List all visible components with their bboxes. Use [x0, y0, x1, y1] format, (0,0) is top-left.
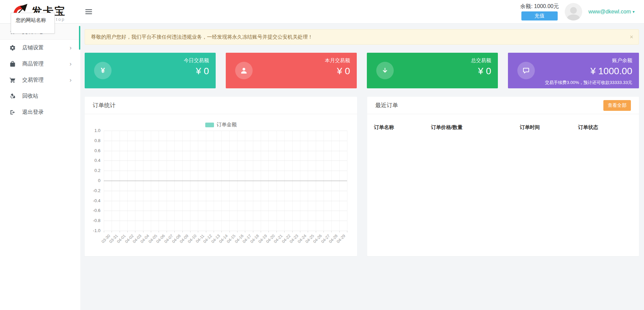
- stat-value: ¥ 0: [325, 66, 350, 77]
- stat-value: ¥ 0: [471, 66, 491, 77]
- y-axis-tick-label: -0.8: [85, 218, 100, 223]
- orders-table-header: 订单名称 订单价格/数量 订单时间 订单状态: [367, 124, 639, 131]
- close-icon[interactable]: ×: [630, 34, 633, 41]
- avatar[interactable]: [565, 3, 582, 20]
- notice-text: 尊敬的用户您好，我们平台不接任何违法违规业务，一经发现将永久冻结账号并提交公安机…: [91, 34, 313, 40]
- sidebar-item-label: 商品管理: [22, 60, 44, 68]
- y-axis-tick-label: 1.0: [85, 128, 100, 133]
- y-axis-tick-label: -1.0: [85, 228, 100, 233]
- arrow-down-icon: [376, 62, 394, 79]
- top-header: 发卡宝 o.top 余额: 1000.00元 充值 www@dkewl.com …: [0, 0, 644, 24]
- stat-value: ¥ 0: [184, 66, 209, 77]
- y-axis-tick-label: 0.8: [85, 138, 100, 143]
- panel-title: 订单统计: [93, 101, 116, 109]
- sidebar-item-label: 店铺设置: [22, 44, 44, 51]
- orders-table-body: [367, 131, 639, 231]
- sidebar-item-shop-settings[interactable]: 店铺设置 ›: [0, 40, 80, 56]
- logout-icon: [9, 109, 16, 116]
- stat-label: 总交易额: [471, 57, 491, 64]
- site-name-tooltip: 您的网站名称: [11, 13, 55, 34]
- y-axis-tick-label: 0: [85, 178, 100, 183]
- legend-label: 订单金额: [217, 122, 237, 128]
- y-axis-tick-label: -0.6: [85, 208, 100, 213]
- stat-card-month: 本月交易额 ¥ 0: [226, 53, 357, 88]
- fee-note: 交易手续费3.00%，预计还可收款33333.33元: [545, 80, 632, 86]
- panels-row: 订单统计 订单金额 1.00.80.60.40.20-0.2-0.4-0.6-0…: [85, 97, 639, 256]
- sidebar: 交易中心 店铺设置 › 商品管理 › 交易管理 › 回收站 退出登录: [0, 24, 80, 310]
- column-header: 订单时间: [520, 124, 578, 131]
- stats-row: ¥ 今日交易额 ¥ 0 本月交易额 ¥ 0 总交易额 ¥ 0: [85, 53, 639, 88]
- y-axis-tick-label: 0.6: [85, 148, 100, 153]
- panel-title: 最近订单: [375, 101, 398, 109]
- sidebar-item-trade-management[interactable]: 交易管理 ›: [0, 72, 80, 88]
- gear-icon: [9, 45, 16, 51]
- y-axis-tick-label: -0.2: [85, 188, 100, 193]
- y-axis-tick-label: -0.4: [85, 198, 100, 203]
- recycle-icon: [9, 93, 16, 99]
- order-stats-chart: 1.00.80.60.40.20-0.2-0.4-0.6-0.8-1.003-3…: [104, 131, 347, 231]
- stat-label: 账户余额: [590, 57, 632, 64]
- chevron-right-icon: ›: [70, 61, 72, 67]
- stat-label: 今日交易额: [184, 57, 209, 64]
- chart-legend[interactable]: 订单金额: [85, 122, 357, 128]
- chevron-right-icon: ›: [70, 45, 72, 51]
- column-header: 订单名称: [374, 124, 431, 131]
- y-axis-tick-label: 0.4: [85, 158, 100, 163]
- sidebar-item-label: 回收站: [22, 93, 38, 100]
- order-stats-panel: 订单统计 订单金额 1.00.80.60.40.20-0.2-0.4-0.6-0…: [85, 97, 357, 256]
- menu-toggle-icon[interactable]: [85, 8, 93, 15]
- recent-orders-panel: 最近订单 查看全部 订单名称 订单价格/数量 订单时间 订单状态: [367, 97, 639, 256]
- cart-icon: [9, 77, 16, 83]
- stat-value: ¥ 1000.00: [590, 66, 632, 77]
- chevron-right-icon: ›: [70, 77, 72, 83]
- legend-swatch: [205, 123, 214, 127]
- chevron-down-icon: ▾: [633, 9, 635, 14]
- shopping-bag-icon: [9, 61, 16, 67]
- notice-bar: 尊敬的用户您好，我们平台不接任何违法违规业务，一经发现将永久冻结账号并提交公安机…: [85, 29, 639, 45]
- account-email: www@dkewl.com: [588, 9, 631, 15]
- column-header: 订单价格/数量: [431, 124, 520, 131]
- comment-icon: [517, 62, 535, 79]
- recharge-button[interactable]: 充值: [521, 11, 558, 20]
- sidebar-item-logout[interactable]: 退出登录: [0, 104, 80, 120]
- sidebar-item-recycle-bin[interactable]: 回收站: [0, 88, 80, 104]
- stat-label: 本月交易额: [325, 57, 350, 64]
- balance-text: 余额: 1000.00元: [520, 3, 559, 10]
- sidebar-item-label: 交易管理: [22, 77, 44, 84]
- main-content: 尊敬的用户您好，我们平台不接任何违法违规业务，一经发现将永久冻结账号并提交公安机…: [80, 24, 644, 310]
- stat-card-today: ¥ 今日交易额 ¥ 0: [85, 53, 216, 88]
- account-menu[interactable]: www@dkewl.com ▾: [588, 9, 635, 15]
- stat-card-total: 总交易额 ¥ 0: [367, 53, 498, 88]
- sidebar-item-label: 退出登录: [22, 109, 44, 116]
- sidebar-scrollbar-thumb[interactable]: [79, 26, 80, 50]
- y-axis-tick-label: 0.2: [85, 168, 100, 173]
- view-all-button[interactable]: 查看全部: [603, 100, 631, 111]
- column-header: 订单状态: [578, 124, 639, 131]
- stat-card-balance: 账户余额 ¥ 1000.00 交易手续费3.00%，预计还可收款33333.33…: [508, 53, 639, 88]
- sidebar-item-product-management[interactable]: 商品管理 ›: [0, 56, 80, 72]
- yen-icon: ¥: [94, 62, 112, 79]
- user-icon: [235, 62, 253, 79]
